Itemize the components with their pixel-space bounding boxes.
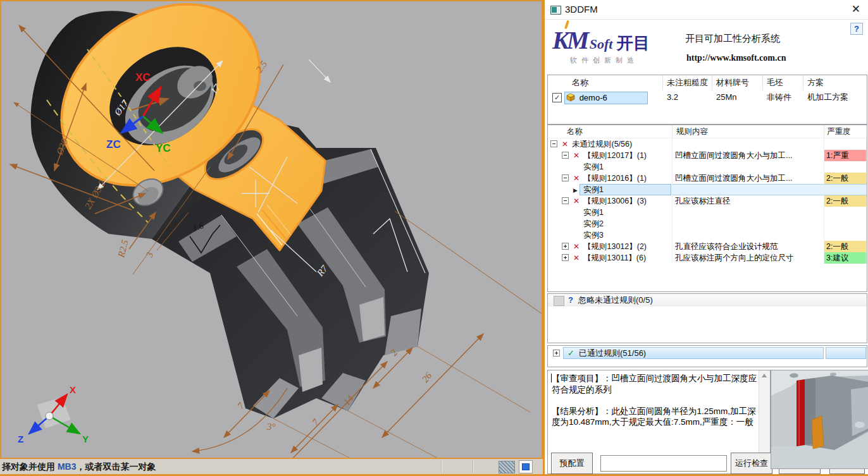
expand-icon[interactable] [553,350,560,357]
part-plan: 机加工方案 [807,90,848,104]
ignored-rules-panel: ? 忽略未通过规则(0/5) [547,293,867,343]
dim-label-r25: R2.5 [116,238,130,259]
severity-badge: 2:一般 [824,173,867,184]
part-row[interactable]: demo-6 [564,92,648,104]
part-cube-icon [566,93,575,105]
cad-part-drawing: Ø17 17 R7 [1,1,542,458]
run-check-button[interactable]: 运行检查 [731,453,772,474]
cad-viewport[interactable]: Ø17 17 R7 [0,0,543,459]
passed-rules-row[interactable]: ✓ 已通过规则(51/56) [563,347,824,359]
rule-content: 孔直径应该符合企业设计规范 [675,242,778,251]
kmsoft-logo: KM Soft 开目 [552,25,679,58]
rule-content: 凹槽立面间过渡圆角大小与加工... [675,174,792,183]
part-checkbox[interactable]: ✓ [552,93,562,102]
axis-label-y: Y [82,434,89,444]
col-header-plan[interactable]: 方案 [803,75,867,90]
rule-content: 孔应该标注直径 [675,197,731,205]
current-item-arrow-icon: ▶ [573,185,578,196]
statusbar-separator [441,460,442,473]
product-url[interactable]: http://www.kmsoft.com.cn [686,53,786,63]
rules-col-content[interactable]: 规则内容 [673,125,824,138]
fail-icon: ✕ [573,150,580,161]
col-header-blank[interactable]: 毛坯 [763,75,803,90]
collapse-icon[interactable] [562,152,569,159]
rules-col-severity[interactable]: 严重度 [824,125,867,138]
axis-label-z: Z [18,434,23,444]
expand-icon[interactable] [562,254,569,261]
thumbnail-3d-view [771,370,868,468]
config-input[interactable] [600,455,727,472]
help-button[interactable]: ? [850,23,863,35]
col-header-name[interactable]: 名称 [548,75,663,90]
window-icon [550,6,561,15]
product-title: 开目可加工性分析系统 [685,33,780,45]
tree-row-rule-13012[interactable]: ✕【规则13012】(2) 孔直径应该符合企业设计规范 2:一般 [548,241,867,252]
axis-label-x: X [70,384,76,395]
application-window: Ø17 17 R7 [0,0,868,476]
logo-km-text: KM [552,26,586,54]
tree-row-instance[interactable]: 实例1 [548,207,867,218]
severity-badge: 2:一般 [824,195,867,207]
tree-row-rule-13006[interactable]: ✕【规则13006】(3) 孔应该标注直径 2:一般 [548,195,867,207]
fail-icon: ✕ [562,138,568,150]
status-message: 择对象并使用 MB3，或者双击某一对象 [2,459,156,474]
parts-table: 名称 未注粗糙度 材料牌号 毛坯 方案 ✓ demo-6 3.2 25Mn 非铸… [547,75,867,125]
tree-row-failed-root[interactable]: ✕未通过规则(5/56) [548,138,867,150]
window-title: 3DDFM [565,4,598,15]
dim-label-3: 3 [144,251,155,259]
axis-label-yc: YC [156,142,171,154]
passed-rules-label: 已通过规则(51/56) [579,348,646,358]
expand-icon[interactable] [562,243,569,250]
dim-label-angle: 3° [266,422,276,432]
part-material: 25Mn [716,90,737,104]
dim-label-7-mid: 7 [310,417,321,427]
issue-preview-thumbnail[interactable] [771,370,868,469]
passed-severity-cell [826,347,866,359]
part-blank: 非铸件 [767,90,791,104]
collapse-icon[interactable] [562,197,569,204]
ignored-checkbox[interactable] [554,296,564,306]
collapse-icon[interactable] [562,174,569,181]
tree-row-instance[interactable]: 实例3 [548,229,867,241]
passed-rules-panel: ✓ 已通过规则(51/56) [547,345,867,367]
part-roughness: 3.2 [667,90,678,104]
logo-kaimu-text: 开目 [617,34,650,52]
fail-icon: ✕ [573,195,580,207]
axis-label-xc: XC [135,71,151,83]
rule-content: 孔应该标注两个方向上的定位尺寸 [675,253,794,262]
part-name: demo-6 [580,93,607,102]
status-bar: 择对象并使用 MB3，或者双击某一对象 [0,459,543,474]
fail-icon: ✕ [573,173,580,184]
view-window-icon[interactable] [519,460,533,473]
logo-tagline: 软件创新制造 [570,56,638,65]
col-header-roughness[interactable]: 未注粗糙度 [663,75,712,90]
preconfig-button[interactable]: 预配置 [551,453,593,474]
result-analysis-text: 【结果分析】：此处立面间圆角半径为1.25mm,加工深度为10.487mm,大于… [552,406,757,429]
dfm-panel: 3DDFM ✕ KM Soft 开目 软件创新制造 开目可加工性分析系统 htt… [543,0,868,474]
logo-soft-text: Soft [590,36,613,52]
tree-row-instance[interactable]: 实例1 [548,161,867,173]
severity-badge: 1:严重 [824,150,867,161]
dialog-titlebar[interactable]: 3DDFM ✕ [545,0,868,20]
tree-row-rule-12017[interactable]: ✕【规则12017】(1) 凹槽立面间过渡圆角大小与加工... 1:严重 [548,150,867,161]
tree-row-instance[interactable]: 实例2 [548,218,867,229]
scroll-up-icon[interactable] [759,370,770,381]
tree-row-rule-12016[interactable]: ✕【规则12016】(1) 凹槽立面间过渡圆角大小与加工... 2:一般 [548,173,867,184]
col-header-material[interactable]: 材料牌号 [712,75,763,90]
axis-label-zc: ZC [106,138,121,150]
fail-icon: ✕ [573,252,580,264]
close-icon[interactable]: ✕ [852,3,860,16]
ignored-rules-row[interactable]: ? 忽略未通过规则(0/5) [548,294,867,307]
collapse-icon[interactable] [550,140,557,147]
dim-label-26: 26 [420,370,434,384]
render-style-icon[interactable] [499,461,515,473]
severity-badge: 3:建议 [824,252,867,264]
tree-row-rule-13011[interactable]: ✕【规则13011】(6) 孔应该标注两个方向上的定位尺寸 3:建议 [548,252,867,264]
statusbar-separator [473,460,473,473]
question-icon: ? [568,294,573,307]
ignored-rules-label: 忽略未通过规则(0/5) [578,294,653,307]
severity-badge: 2:一般 [824,241,867,252]
rules-tree: 名称 规则内容 严重度 ✕未通过规则(5/56) ✕【规则12017】(1) 凹… [547,125,867,292]
tree-row-instance-selected[interactable]: ▶实例1 [548,184,867,195]
rules-col-name[interactable]: 名称 [548,125,673,138]
